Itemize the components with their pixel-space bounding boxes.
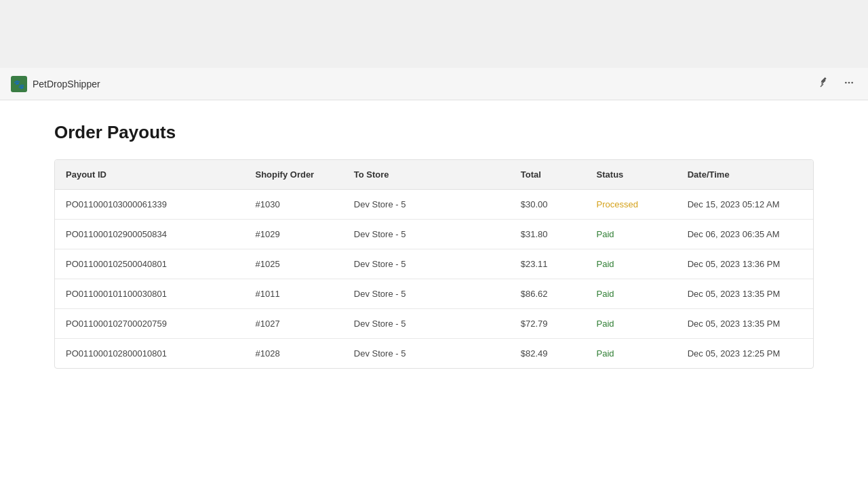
cell-payout-id: PO011000102900050834 xyxy=(55,220,245,249)
table-row: PO011000101100030801 #1011 Dev Store - 5… xyxy=(55,279,813,309)
svg-point-4 xyxy=(848,81,850,83)
more-options-button[interactable] xyxy=(841,75,857,94)
cell-total: $72.79 xyxy=(510,309,586,339)
cell-total: $31.80 xyxy=(510,220,586,249)
col-header-to-store: To Store xyxy=(343,160,510,190)
cell-shopify-order: #1030 xyxy=(245,190,343,220)
table-row: PO011000102900050834 #1029 Dev Store - 5… xyxy=(55,220,813,249)
cell-datetime: Dec 05, 2023 13:35 PM xyxy=(677,279,813,309)
table-row: PO011000102500040801 #1025 Dev Store - 5… xyxy=(55,249,813,279)
main-content: Order Payouts Payout ID Shopify Order To… xyxy=(0,100,868,390)
cell-total: $23.11 xyxy=(510,249,586,279)
status-badge: Paid xyxy=(597,229,614,239)
table-row: PO011000102700020759 #1027 Dev Store - 5… xyxy=(55,309,813,339)
col-header-shopify-order: Shopify Order xyxy=(245,160,343,190)
top-bar xyxy=(0,0,868,68)
svg-line-2 xyxy=(821,84,823,87)
svg-text:🐾: 🐾 xyxy=(14,79,25,90)
table-body: PO011000103000061339 #1030 Dev Store - 5… xyxy=(55,190,813,369)
cell-shopify-order: #1011 xyxy=(245,279,343,309)
cell-status: Paid xyxy=(586,309,677,339)
cell-to-store: Dev Store - 5 xyxy=(343,309,510,339)
table-row: PO011000102800010801 #1028 Dev Store - 5… xyxy=(55,339,813,369)
cell-total: $82.49 xyxy=(510,339,586,369)
cell-total: $86.62 xyxy=(510,279,586,309)
svg-point-5 xyxy=(851,81,853,83)
status-badge: Paid xyxy=(597,259,614,269)
cell-to-store: Dev Store - 5 xyxy=(343,339,510,369)
cell-status: Paid xyxy=(586,279,677,309)
payouts-table-container: Payout ID Shopify Order To Store Total S… xyxy=(54,159,814,369)
cell-total: $30.00 xyxy=(510,190,586,220)
cell-payout-id: PO011000101100030801 xyxy=(55,279,245,309)
status-badge: Paid xyxy=(597,319,614,329)
cell-to-store: Dev Store - 5 xyxy=(343,249,510,279)
cell-status: Paid xyxy=(586,249,677,279)
cell-to-store: Dev Store - 5 xyxy=(343,279,510,309)
col-header-payout-id: Payout ID xyxy=(55,160,245,190)
page-title: Order Payouts xyxy=(54,122,814,143)
cell-payout-id: PO011000103000061339 xyxy=(55,190,245,220)
col-header-status: Status xyxy=(586,160,677,190)
cell-shopify-order: #1025 xyxy=(245,249,343,279)
cell-to-store: Dev Store - 5 xyxy=(343,220,510,249)
app-logo-icon: 🐾 xyxy=(11,76,27,92)
cell-payout-id: PO011000102700020759 xyxy=(55,309,245,339)
cell-payout-id: PO011000102500040801 xyxy=(55,249,245,279)
col-header-datetime: Date/Time xyxy=(677,160,813,190)
pin-icon xyxy=(819,77,830,88)
cell-shopify-order: #1029 xyxy=(245,220,343,249)
cell-datetime: Dec 05, 2023 13:35 PM xyxy=(677,309,813,339)
app-header: 🐾 PetDropShipper xyxy=(0,68,868,100)
cell-datetime: Dec 05, 2023 12:25 PM xyxy=(677,339,813,369)
cell-datetime: Dec 05, 2023 13:36 PM xyxy=(677,249,813,279)
table-row: PO011000103000061339 #1030 Dev Store - 5… xyxy=(55,190,813,220)
more-icon xyxy=(844,77,854,88)
app-name: PetDropShipper xyxy=(33,79,100,89)
status-badge: Paid xyxy=(597,348,614,359)
cell-status: Paid xyxy=(586,339,677,369)
header-left: 🐾 PetDropShipper xyxy=(11,76,100,92)
col-header-total: Total xyxy=(510,160,586,190)
header-right xyxy=(816,75,857,94)
svg-point-3 xyxy=(845,81,847,83)
cell-to-store: Dev Store - 5 xyxy=(343,190,510,220)
status-badge: Processed xyxy=(597,199,638,209)
cell-datetime: Dec 15, 2023 05:12 AM xyxy=(677,190,813,220)
cell-status: Paid xyxy=(586,220,677,249)
pin-button[interactable] xyxy=(816,75,833,94)
cell-payout-id: PO011000102800010801 xyxy=(55,339,245,369)
cell-status: Processed xyxy=(586,190,677,220)
table-header: Payout ID Shopify Order To Store Total S… xyxy=(55,160,813,190)
cell-datetime: Dec 06, 2023 06:35 AM xyxy=(677,220,813,249)
status-badge: Paid xyxy=(597,289,614,299)
cell-shopify-order: #1027 xyxy=(245,309,343,339)
cell-shopify-order: #1028 xyxy=(245,339,343,369)
payouts-table: Payout ID Shopify Order To Store Total S… xyxy=(55,160,813,368)
